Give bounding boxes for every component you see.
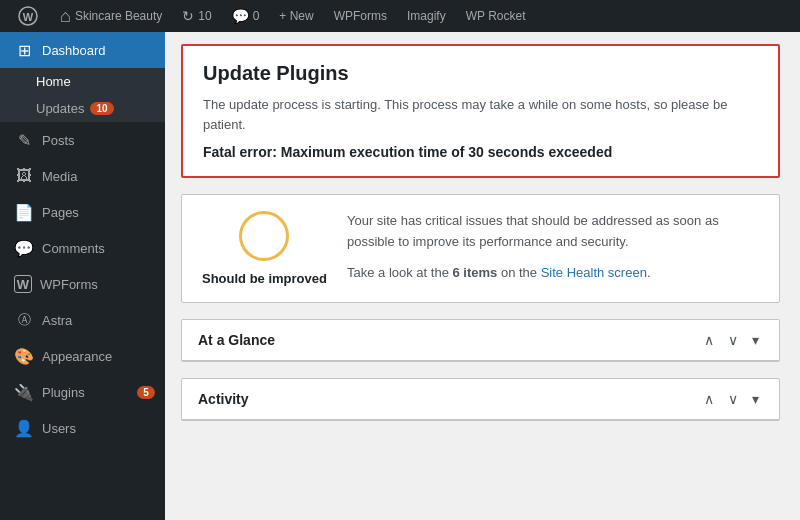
wpforms-menu[interactable]: WPForms: [326, 0, 395, 32]
at-a-glance-panel: At a Glance ∧ ∨ ▾: [181, 319, 780, 362]
imagify-menu[interactable]: Imagify: [399, 0, 454, 32]
activity-controls: ∧ ∨ ▾: [700, 389, 763, 409]
sidebar-item-pages[interactable]: 📄 Pages: [0, 194, 165, 230]
health-circle: [239, 211, 289, 261]
posts-icon: ✎: [14, 131, 34, 150]
plugins-icon: 🔌: [14, 383, 34, 402]
update-plugins-box: Update Plugins The update process is sta…: [181, 44, 780, 178]
sidebar-item-wpforms[interactable]: W WPForms: [0, 266, 165, 302]
sidebar-item-plugins[interactable]: 🔌 Plugins 5: [0, 374, 165, 410]
plugins-badge: 5: [137, 386, 155, 399]
health-items-count: 6 items: [452, 265, 497, 280]
update-process-message: The update process is starting. This pro…: [203, 95, 758, 134]
sidebar-item-comments[interactable]: 💬 Comments: [0, 230, 165, 266]
admin-bar: W ⌂ Skincare Beauty ↻ 10 💬 0 + New WPFor…: [0, 0, 800, 32]
wp-rocket-menu[interactable]: WP Rocket: [458, 0, 534, 32]
at-a-glance-menu[interactable]: ▾: [748, 330, 763, 350]
appearance-icon: 🎨: [14, 347, 34, 366]
update-plugins-title: Update Plugins: [203, 62, 758, 85]
comments-link[interactable]: 💬 0: [224, 0, 268, 32]
sidebar: ⊞ Dashboard Home Updates 10 ✎ Posts 🖼 Me…: [0, 32, 165, 520]
activity-collapse-down[interactable]: ∨: [724, 389, 742, 409]
svg-text:W: W: [23, 11, 34, 23]
sidebar-item-updates[interactable]: Updates 10: [0, 95, 165, 122]
site-health-link[interactable]: Site Health screen: [541, 265, 647, 280]
site-health-box: Should be improved Your site has critica…: [181, 194, 780, 303]
media-icon: 🖼: [14, 167, 34, 185]
at-a-glance-collapse-up[interactable]: ∧: [700, 330, 718, 350]
astra-icon: Ⓐ: [14, 311, 34, 329]
activity-title: Activity: [198, 391, 249, 407]
at-a-glance-collapse-down[interactable]: ∨: [724, 330, 742, 350]
comments-icon: 💬: [14, 239, 34, 258]
users-icon: 👤: [14, 419, 34, 438]
pages-icon: 📄: [14, 203, 34, 222]
wp-logo[interactable]: W: [8, 0, 48, 32]
site-name[interactable]: ⌂ Skincare Beauty: [52, 0, 170, 32]
sidebar-submenu-dashboard: Home Updates 10: [0, 68, 165, 122]
sidebar-item-users[interactable]: 👤 Users: [0, 410, 165, 446]
new-content-button[interactable]: + New: [271, 0, 321, 32]
at-a-glance-controls: ∧ ∨ ▾: [700, 330, 763, 350]
activity-header[interactable]: Activity ∧ ∨ ▾: [182, 379, 779, 420]
at-a-glance-header[interactable]: At a Glance ∧ ∨ ▾: [182, 320, 779, 361]
dashboard-icon: ⊞: [14, 41, 34, 60]
main-content: Update Plugins The update process is sta…: [165, 32, 800, 520]
health-status-label: Should be improved: [202, 271, 327, 286]
fatal-error-message: Fatal error: Maximum execution time of 3…: [203, 144, 758, 160]
activity-panel: Activity ∧ ∨ ▾: [181, 378, 780, 421]
health-status-wrap: Should be improved: [202, 211, 327, 286]
sidebar-item-media[interactable]: 🖼 Media: [0, 158, 165, 194]
wpforms-icon: W: [14, 275, 32, 293]
activity-collapse-up[interactable]: ∧: [700, 389, 718, 409]
sidebar-item-posts[interactable]: ✎ Posts: [0, 122, 165, 158]
activity-menu[interactable]: ▾: [748, 389, 763, 409]
health-description: Your site has critical issues that shoul…: [347, 211, 759, 283]
sidebar-item-dashboard[interactable]: ⊞ Dashboard: [0, 32, 165, 68]
at-a-glance-title: At a Glance: [198, 332, 275, 348]
updates-badge: 10: [90, 102, 113, 115]
health-period: .: [647, 265, 651, 280]
sidebar-item-home[interactable]: Home: [0, 68, 165, 95]
health-items-mid: on the: [497, 265, 540, 280]
health-items-prefix: Take a look at the: [347, 265, 453, 280]
updates-link[interactable]: ↻ 10: [174, 0, 219, 32]
sidebar-item-astra[interactable]: Ⓐ Astra: [0, 302, 165, 338]
sidebar-item-appearance[interactable]: 🎨 Appearance: [0, 338, 165, 374]
